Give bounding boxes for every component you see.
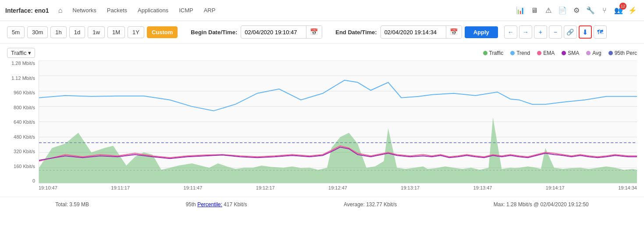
time-1m-button[interactable]: 1M [107, 26, 125, 38]
begin-date-input[interactable] [241, 27, 306, 38]
time-30m-button[interactable]: 30m [27, 26, 48, 38]
y-axis-label: 160 Kbit/s [14, 164, 35, 169]
percentile-value: 417 Kbit/s [224, 201, 247, 208]
chart-navigation-controls: ← → + − 🔗 ⬇ 🗺 [504, 25, 607, 39]
toolbar: 5m 30m 1h 1d 1w 1M 1Y Custom Begin Date/… [0, 21, 644, 43]
nav-applications[interactable]: Applications [133, 5, 173, 15]
begin-date-label: Begin Date/Time: [191, 29, 237, 36]
legend-label: SMA [568, 50, 579, 56]
interface-title: Interface: eno1 [5, 7, 49, 14]
percentile-link[interactable]: Percentile: [197, 201, 222, 208]
y-axis-label: 1.12 Mbit/s [11, 75, 35, 81]
end-date-input-wrap: 📅 [381, 25, 462, 39]
end-date-input[interactable] [381, 27, 446, 38]
y-axis-label: 480 Kbit/s [14, 134, 35, 140]
max-stat: Max: 1.28 Mbit/s @ 02/04/2020 19:12:50 [494, 201, 589, 208]
x-axis-label: 19:11:47 [184, 185, 203, 190]
chart-container: Traffic ▾ TrafficTrendEMASMAAvg95th Perc… [0, 43, 644, 197]
legend-label: EMA [543, 50, 555, 56]
time-1w-button[interactable]: 1w [88, 26, 105, 38]
begin-date-input-wrap: 📅 [241, 25, 322, 39]
average-stat: Average: 132.77 Kbit/s [344, 201, 397, 208]
legend-item: Avg [586, 50, 601, 56]
users-icon[interactable]: 👥 12 [612, 4, 625, 17]
nav-icmp[interactable]: ICMP [174, 5, 198, 15]
percentile-prefix: 95th [185, 201, 196, 208]
chart-wrap: 1.28 Mbit/s1.12 Mbit/s960 Kbit/s800 Kbit… [7, 61, 637, 197]
legend-item: Traffic [483, 50, 504, 56]
nav-networks[interactable]: Networks [68, 5, 101, 15]
legend-item: Trend [510, 50, 530, 56]
begin-calendar-button[interactable]: 📅 [306, 26, 322, 38]
y-axis-label: 640 Kbit/s [14, 119, 35, 125]
y-axis-label: 960 Kbit/s [14, 90, 35, 95]
prev-button[interactable]: ← [504, 25, 517, 39]
y-axis-label: 1.28 Mbit/s [11, 61, 35, 66]
warning-icon[interactable]: ⚠ [542, 4, 555, 17]
document-icon[interactable]: 📄 [556, 4, 569, 17]
legend-label: Avg [592, 50, 601, 56]
next-button[interactable]: → [519, 25, 532, 39]
y-axis-label: 800 Kbit/s [14, 105, 35, 110]
fork-icon[interactable]: ⑂ [598, 4, 611, 17]
time-1d-button[interactable]: 1d [69, 26, 85, 38]
link-button[interactable]: 🔗 [564, 25, 577, 39]
legend-color-dot [510, 51, 515, 55]
chart-area [39, 61, 637, 183]
total-value: 3.59 MB [69, 201, 89, 208]
legend-label: 95th Perc [615, 50, 637, 56]
x-axis-label: 19:13:17 [401, 185, 420, 190]
zoom-out-button[interactable]: − [549, 25, 562, 39]
legend-color-dot [562, 51, 566, 55]
download-button[interactable]: ⬇ [579, 25, 592, 39]
average-value: 132.77 Kbit/s [366, 201, 397, 208]
time-1y-button[interactable]: 1Y [128, 26, 144, 38]
x-axis-label: 19:11:17 [111, 185, 130, 190]
y-axis: 1.28 Mbit/s1.12 Mbit/s960 Kbit/s800 Kbit… [7, 61, 39, 183]
x-axis-label: 19:14:17 [546, 185, 565, 190]
end-date-label: End Date/Time: [335, 29, 377, 36]
total-label: Total: [55, 201, 68, 208]
time-5m-button[interactable]: 5m [7, 26, 25, 38]
legend-color-dot [537, 51, 541, 55]
download-icon: ⬇ [582, 28, 588, 36]
traffic-dropdown[interactable]: Traffic ▾ [7, 48, 35, 58]
max-value: 1.28 Mbit/s @ 02/04/2020 19:12:50 [506, 201, 589, 208]
x-axis: 19:10:4719:11:1719:11:4719:12:1719:12:47… [39, 183, 637, 197]
percentile-stat: 95th Percentile: 417 Kbit/s [185, 201, 247, 208]
max-label: Max: [494, 201, 505, 208]
nav-packets[interactable]: Packets [103, 5, 132, 15]
legend-item: EMA [537, 50, 555, 56]
chart-legend: TrafficTrendEMASMAAvg95th Perc [483, 50, 637, 56]
nav-arp[interactable]: ARP [199, 5, 220, 15]
end-calendar-button[interactable]: 📅 [446, 26, 462, 38]
time-custom-button[interactable]: Custom [147, 26, 178, 38]
traffic-label: Traffic [11, 50, 26, 56]
average-label: Average: [344, 201, 365, 208]
x-axis-label: 19:10:47 [39, 185, 57, 190]
zoom-in-button[interactable]: + [534, 25, 547, 39]
legend-label: Traffic [489, 50, 504, 56]
end-date-section: End Date/Time: 📅 [335, 25, 462, 39]
y-axis-label: 0 [32, 178, 35, 183]
chart-icon[interactable]: 📊 [514, 4, 527, 17]
bolt-icon[interactable]: ⚡ [626, 4, 639, 17]
legend-color-dot [608, 51, 613, 55]
total-stat: Total: 3.59 MB [55, 201, 89, 208]
y-axis-label: 320 Kbit/s [14, 149, 35, 154]
time-1h-button[interactable]: 1h [50, 26, 66, 38]
x-axis-label: 19:14:34 [618, 185, 637, 190]
server-icon[interactable]: 🖥 [528, 4, 541, 17]
wrench-icon[interactable]: 🔧 [584, 4, 597, 17]
settings-icon[interactable]: ⚙ [570, 4, 583, 17]
map-button[interactable]: 🗺 [594, 25, 607, 39]
home-icon[interactable]: ⌂ [54, 4, 67, 17]
x-axis-label: 19:12:47 [328, 185, 347, 190]
begin-date-section: Begin Date/Time: 📅 [191, 25, 322, 39]
x-axis-label: 19:13:47 [473, 185, 492, 190]
footer-stats: Total: 3.59 MB 95th Percentile: 417 Kbit… [0, 197, 644, 212]
legend-item: 95th Perc [608, 50, 637, 56]
apply-button[interactable]: Apply [465, 26, 498, 38]
legend-label: Trend [516, 50, 530, 56]
top-navigation: Interface: eno1 ⌂ Networks Packets Appli… [0, 0, 644, 21]
